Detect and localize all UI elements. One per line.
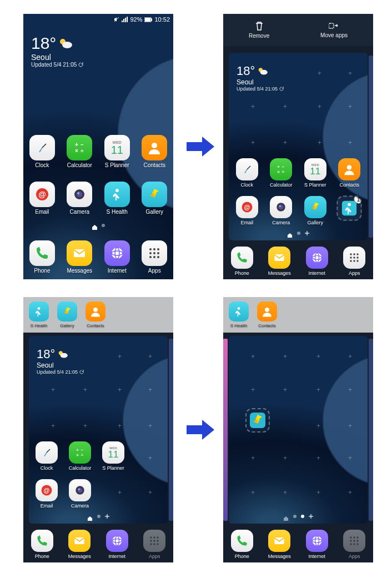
next-page-preview[interactable] [369, 339, 373, 521]
dock-apps[interactable]: Apps [339, 247, 369, 276]
dropped-gallery[interactable] [245, 408, 270, 433]
dock-phone[interactable]: Phone [27, 530, 57, 559]
dock-internet[interactable]: Internet [100, 240, 134, 274]
app-clock[interactable]: Clock [26, 135, 59, 168]
apps-grid-icon [147, 245, 162, 261]
svg-point-60 [354, 260, 355, 262]
svg-point-45 [279, 205, 284, 210]
svg-point-53 [350, 253, 352, 255]
dock-phone[interactable]: Phone [227, 247, 257, 276]
dock-internet[interactable]: Internet [102, 530, 132, 559]
app-contacts[interactable]: Contacts [334, 158, 364, 188]
svg-rect-1 [145, 18, 150, 22]
svg-line-35 [247, 166, 250, 169]
app-camera[interactable]: Camera [63, 182, 96, 215]
dock-apps[interactable]: Apps [138, 240, 171, 274]
svg-point-102 [357, 540, 359, 541]
selection-tray: S Health Contacts [223, 297, 373, 333]
page-indicator[interactable] [23, 514, 173, 519]
weather-widget[interactable]: 18° Seoul Updated 5/4 21:05 [237, 64, 284, 92]
svg-text:×: × [76, 453, 79, 458]
remove-button[interactable]: Remove [249, 21, 269, 39]
svg-rect-32 [329, 23, 334, 28]
shealth-icon [109, 187, 125, 202]
add-page-icon[interactable] [305, 231, 309, 235]
dock-phone[interactable]: Phone [26, 240, 59, 274]
svg-point-61 [357, 260, 359, 262]
tray-gallery[interactable]: Gallery [54, 301, 81, 328]
add-page-icon[interactable] [309, 514, 313, 519]
app-shealth[interactable]: S Health [100, 182, 134, 215]
tray-contacts[interactable]: Contacts [254, 301, 280, 328]
prev-page-preview[interactable] [223, 339, 228, 521]
app-email[interactable]: @Email [232, 196, 262, 225]
app-splanner[interactable]: WED11S Planner [100, 135, 134, 168]
page-indicator[interactable] [23, 223, 173, 228]
svg-point-34 [260, 70, 268, 75]
svg-point-78 [112, 536, 122, 545]
dock-messages[interactable]: Messages [264, 530, 294, 559]
page-indicator[interactable] [223, 514, 373, 519]
svg-text:+: + [277, 164, 280, 169]
contact-icon [147, 140, 162, 155]
app-calculator[interactable]: +−×÷Calculator [266, 158, 296, 188]
app-email[interactable]: @Email [30, 479, 63, 509]
app-calculator[interactable]: +−×÷Calculator [63, 135, 96, 168]
svg-point-12 [152, 143, 157, 148]
svg-point-63 [93, 308, 98, 312]
svg-point-81 [150, 536, 152, 538]
svg-point-87 [150, 543, 152, 545]
svg-line-6 [42, 144, 46, 148]
svg-point-41 [347, 165, 352, 170]
app-splanner[interactable]: WED11S Planner [300, 158, 330, 188]
weather-widget[interactable]: 18° Seoul Updated 5/4 21:05 [31, 34, 83, 68]
app-email[interactable]: @Email [26, 182, 59, 215]
status-bar: 92% 10:52 [23, 14, 173, 25]
svg-point-17 [77, 192, 79, 194]
dock-internet[interactable]: Internet [302, 530, 332, 559]
svg-point-82 [154, 536, 155, 538]
app-shealth-dragging[interactable]: 1 [334, 196, 364, 225]
app-calculator[interactable]: +−×÷Calculator [63, 441, 97, 471]
app-gallery[interactable]: Gallery [138, 182, 171, 215]
internet-icon [109, 245, 125, 261]
tray-shealth[interactable]: S Health [225, 301, 252, 328]
dock: Phone Messages Internet Apps [23, 240, 173, 274]
dock-messages[interactable]: Messages [264, 247, 294, 276]
arrow-icon [187, 419, 214, 441]
app-clock[interactable]: Clock [232, 158, 262, 188]
page-indicator[interactable] [223, 230, 373, 236]
app-splanner[interactable]: WED11S Planner [97, 441, 130, 471]
app-gallery[interactable]: Gallery [300, 196, 330, 225]
messages-icon [72, 245, 87, 261]
svg-point-24 [153, 248, 155, 250]
weather-widget[interactable]: 18° Seoul Updated 5/4 21:05 [37, 347, 84, 375]
svg-text:+: + [75, 142, 78, 148]
selection-count-badge: 1 [354, 195, 361, 203]
gallery-icon [250, 413, 265, 428]
email-icon: @ [34, 187, 50, 202]
app-clock[interactable]: Clock [30, 441, 63, 471]
dock-internet[interactable]: Internet [302, 247, 332, 276]
svg-text:−: − [81, 142, 84, 148]
dock-phone[interactable]: Phone [227, 530, 257, 559]
svg-point-103 [350, 543, 352, 545]
svg-text:@: @ [38, 190, 46, 199]
tray-contacts[interactable]: Contacts [82, 301, 109, 328]
dock-messages[interactable]: Messages [63, 240, 96, 274]
svg-point-86 [157, 540, 159, 541]
app-camera[interactable]: Camera [266, 196, 296, 225]
calculator-icon: +−×÷ [72, 140, 87, 155]
screen-edit-longpress: Remove Move apps 18° Seoul Updated 5/4 2… [223, 14, 373, 279]
add-page-icon[interactable] [105, 514, 109, 519]
weather-city: Seoul [31, 53, 83, 62]
tray-shealth[interactable]: S Health [26, 301, 52, 328]
mute-icon [114, 17, 119, 22]
dock-messages[interactable]: Messages [64, 530, 94, 559]
edit-toolbar: Remove Move apps [223, 14, 373, 46]
app-camera[interactable]: Camera [63, 479, 97, 509]
move-apps-button[interactable]: Move apps [320, 22, 348, 38]
home-page-icon [92, 223, 97, 228]
app-contacts[interactable]: Contacts [138, 135, 171, 168]
svg-point-57 [354, 257, 355, 258]
